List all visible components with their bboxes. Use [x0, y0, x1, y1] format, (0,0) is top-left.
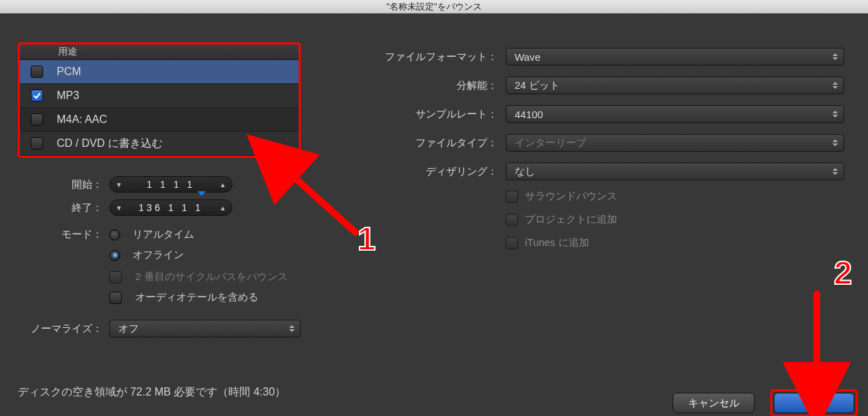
cancel-button[interactable]: キャンセル	[673, 393, 755, 413]
cyclepass-label: 2 番目のサイクルパスをバウンス	[135, 271, 288, 283]
stepper-down-icon[interactable]: ▼	[116, 204, 122, 212]
surround-label: サラウンドバウンス	[525, 190, 617, 203]
filetype-value: インターリーブ	[515, 137, 586, 150]
stepper-up-icon[interactable]: ▲	[219, 204, 226, 212]
chevron-updown-icon	[832, 165, 838, 178]
format-row-cddvd[interactable]: CD / DVD に書き込む	[20, 132, 299, 156]
format-row-label: M4A: AAC	[57, 113, 107, 126]
window-title: "名称未設定"をバウンス	[386, 1, 481, 12]
chevron-updown-icon	[832, 137, 838, 149]
ok-button[interactable]: OK	[774, 393, 854, 413]
audiotail-label: オーディオテールを含める	[135, 291, 258, 304]
checkbox-surround	[506, 191, 518, 203]
start-position-field[interactable]: ▼ 1 1 1 1 ▲	[109, 176, 232, 193]
normalize-row: ノーマライズ： オフ	[15, 320, 301, 337]
file-format-row: ファイルフォーマット： Wave	[355, 48, 844, 66]
resolution-select[interactable]: 24 ビット	[506, 77, 844, 94]
add-itunes-row: iTunes に追加	[506, 236, 589, 249]
window-titlebar: "名称未設定"をバウンス	[0, 0, 868, 14]
disk-space-status: ディスクの空き領域が 72.2 MB 必要です（時間 4:30）	[18, 385, 286, 400]
checkbox-add-project	[506, 214, 518, 226]
svg-line-1	[287, 171, 355, 232]
mode-offline-row: オフライン	[109, 249, 184, 262]
samplerate-row: サンプルレート： 44100	[355, 105, 844, 123]
start-position-value: 1 1 1 1	[147, 179, 195, 190]
add-project-label: プロジェクトに追加	[525, 213, 617, 226]
format-row-label: MP3	[57, 89, 79, 102]
dithering-select[interactable]: なし	[506, 163, 844, 180]
checkbox-mp3[interactable]	[31, 89, 43, 102]
mode-row: モード： リアルタイム	[33, 228, 194, 241]
checkbox-pcm[interactable]	[31, 66, 43, 78]
dithering-row: ディザリング： なし	[355, 163, 844, 180]
normalize-value: オフ	[118, 322, 139, 335]
start-label: 開始：	[41, 178, 103, 191]
format-row-mp3[interactable]: MP3	[20, 84, 299, 108]
annotation-number-1: 1	[357, 220, 376, 258]
annotation-arrow-1	[273, 150, 362, 239]
file-format-select[interactable]: Wave	[506, 48, 844, 66]
file-format-value: Wave	[515, 51, 541, 63]
audiotail-row: オーディオテールを含める	[109, 291, 258, 304]
chevron-updown-icon	[832, 79, 838, 92]
dithering-label: ディザリング：	[355, 165, 498, 178]
cancel-button-label: キャンセル	[688, 397, 740, 410]
samplerate-label: サンプルレート：	[355, 108, 498, 121]
stepper-up-icon[interactable]: ▲	[219, 181, 226, 189]
end-label: 終了：	[41, 202, 103, 214]
start-row: 開始： ▼ 1 1 1 1 ▲	[41, 176, 232, 193]
end-position-field[interactable]: ▼ 136 1 1 1 ▲	[109, 199, 232, 216]
filetype-row: ファイルタイプ： インターリーブ	[355, 134, 844, 152]
ok-button-label: OK	[806, 398, 822, 409]
checkbox-cyclepass	[109, 271, 122, 283]
mode-label: モード：	[33, 228, 103, 241]
dialog-body: 用途 PCM MP3 M4A: AAC CD / DVD に書き込む 開始： ▼…	[0, 14, 868, 416]
chevron-updown-icon	[289, 322, 295, 335]
resolution-label: 分解能：	[355, 79, 498, 92]
checkbox-m4a[interactable]	[31, 113, 43, 126]
end-row: 終了： ▼ 136 1 1 1 ▲	[41, 199, 232, 216]
checkbox-add-itunes	[506, 237, 518, 249]
end-position-value: 136 1 1 1	[139, 202, 203, 213]
format-list-header: 用途	[20, 44, 299, 60]
add-itunes-label: iTunes に追加	[525, 236, 589, 249]
samplerate-select[interactable]: 44100	[506, 105, 844, 123]
annotation-arrow-2	[804, 287, 832, 389]
format-row-pcm[interactable]: PCM	[20, 60, 299, 84]
surround-row: サラウンドバウンス	[506, 190, 617, 203]
add-project-row: プロジェクトに追加	[506, 213, 617, 226]
dithering-value: なし	[515, 165, 535, 178]
format-list-panel: 用途 PCM MP3 M4A: AAC CD / DVD に書き込む	[18, 42, 301, 158]
format-row-m4a[interactable]: M4A: AAC	[20, 108, 299, 132]
radio-realtime[interactable]	[109, 230, 120, 240]
format-row-label: PCM	[57, 66, 81, 78]
chevron-updown-icon	[832, 51, 838, 63]
normalize-label: ノーマライズ：	[15, 322, 103, 335]
resolution-value: 24 ビット	[515, 79, 560, 92]
position-marker-icon	[198, 191, 206, 196]
file-format-label: ファイルフォーマット：	[355, 51, 498, 64]
samplerate-value: 44100	[515, 109, 543, 120]
filetype-select[interactable]: インターリーブ	[506, 134, 844, 152]
radio-realtime-label: リアルタイム	[133, 228, 194, 241]
annotation-number-2: 2	[834, 254, 852, 292]
resolution-row: 分解能： 24 ビット	[355, 77, 844, 94]
normalize-select[interactable]: オフ	[109, 320, 301, 337]
radio-offline-label: オフライン	[133, 249, 184, 262]
cyclepass-row: 2 番目のサイクルパスをバウンス	[109, 271, 288, 283]
radio-offline[interactable]	[109, 250, 120, 261]
checkbox-cddvd[interactable]	[31, 137, 43, 150]
format-list-header-label: 用途	[58, 46, 77, 57]
stepper-down-icon[interactable]: ▼	[116, 181, 122, 189]
checkbox-audiotail[interactable]	[109, 292, 122, 304]
format-row-label: CD / DVD に書き込む	[57, 137, 163, 151]
filetype-label: ファイルタイプ：	[355, 137, 498, 150]
chevron-updown-icon	[832, 108, 838, 120]
